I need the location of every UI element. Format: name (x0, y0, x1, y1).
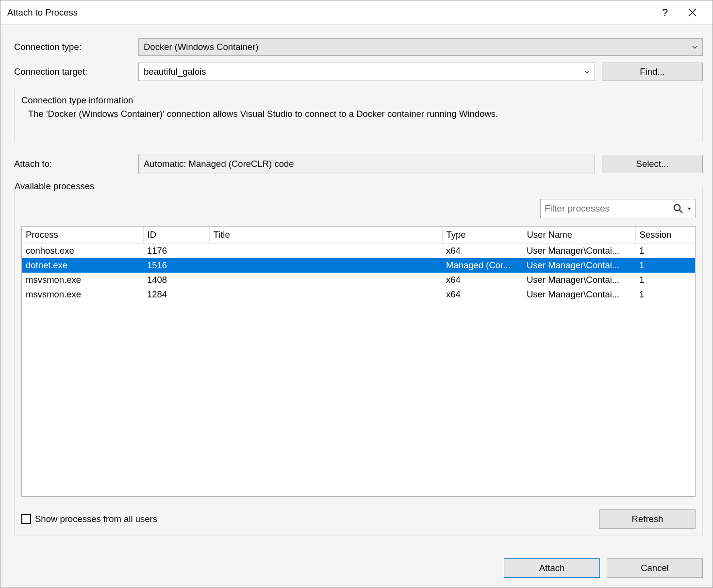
cancel-button[interactable]: Cancel (607, 558, 703, 578)
cell-user: User Manager\Contai... (523, 258, 635, 273)
available-processes-label: Available processes (15, 181, 97, 192)
cell-user: User Manager\Contai... (523, 244, 635, 259)
cell-session: 1 (635, 258, 695, 273)
table-header-row: Process ID Title Type User Name Session (22, 227, 695, 244)
cell-process: msvsmon.exe (22, 287, 143, 302)
checkbox-icon (21, 514, 31, 524)
help-button[interactable]: ? (651, 1, 679, 24)
cell-title (209, 244, 442, 259)
filter-dropdown-icon[interactable] (687, 208, 691, 210)
search-icon (673, 203, 683, 214)
connection-type-dropdown[interactable]: Docker (Windows Container) (138, 38, 703, 56)
cell-session: 1 (635, 273, 695, 287)
connection-type-label: Connection type: (14, 42, 138, 52)
column-header-session[interactable]: Session (635, 227, 695, 244)
titlebar: Attach to Process ? (0, 0, 713, 25)
attach-button[interactable]: Attach (504, 558, 600, 578)
chevron-down-icon (692, 46, 697, 49)
cell-title (209, 258, 442, 273)
cell-type: x64 (442, 287, 523, 302)
window-title: Attach to Process (7, 7, 651, 18)
connection-target-value: beautiful_galois (144, 66, 584, 77)
cell-title (209, 287, 442, 302)
table-row[interactable]: msvsmon.exe1284x64User Manager\Contai...… (22, 287, 695, 302)
info-title: Connection type information (21, 95, 696, 106)
refresh-button[interactable]: Refresh (599, 509, 696, 529)
cell-user: User Manager\Contai... (523, 287, 635, 302)
cell-session: 1 (635, 287, 695, 302)
connection-target-combobox[interactable]: beautiful_galois (138, 63, 595, 81)
cell-title (209, 273, 442, 287)
cell-id: 1516 (143, 258, 209, 273)
close-icon (688, 8, 696, 16)
svg-line-3 (680, 210, 682, 213)
column-header-type[interactable]: Type (442, 227, 523, 244)
dialog-content: Connection type: Docker (Windows Contain… (0, 25, 713, 588)
connection-type-info-group: Connection type information The 'Docker … (14, 88, 703, 142)
connection-type-value: Docker (Windows Container) (144, 42, 258, 52)
cell-process: dotnet.exe (22, 258, 143, 273)
dialog-footer: Attach Cancel (14, 545, 703, 578)
column-header-user[interactable]: User Name (523, 227, 635, 244)
cell-process: conhost.exe (22, 244, 143, 259)
table-row[interactable]: msvsmon.exe1408x64User Manager\Contai...… (22, 273, 695, 287)
table-row[interactable]: dotnet.exe1516Managed (Cor...User Manage… (22, 258, 695, 273)
cell-id: 1176 (143, 244, 209, 259)
connection-target-label: Connection target: (14, 66, 138, 77)
cell-id: 1284 (143, 287, 209, 302)
available-processes-group: Available processes Pro (14, 187, 703, 536)
cell-type: x64 (442, 273, 523, 287)
show-all-users-checkbox[interactable]: Show processes from all users (21, 514, 157, 524)
column-header-process[interactable]: Process (22, 227, 143, 244)
filter-processes-box[interactable] (540, 199, 696, 218)
cell-session: 1 (635, 244, 695, 259)
chevron-down-icon (584, 70, 590, 74)
svg-point-2 (674, 205, 680, 211)
cell-user: User Manager\Contai... (523, 273, 635, 287)
close-button[interactable] (679, 1, 706, 24)
svg-marker-4 (687, 208, 691, 210)
select-button[interactable]: Select... (602, 155, 703, 173)
cell-type: Managed (Cor... (442, 258, 523, 273)
cell-id: 1408 (143, 273, 209, 287)
find-button[interactable]: Find... (602, 63, 703, 81)
table-row[interactable]: conhost.exe1176x64User Manager\Contai...… (22, 244, 695, 259)
info-text: The 'Docker (Windows Container)' connect… (21, 109, 696, 119)
column-header-title[interactable]: Title (209, 227, 442, 244)
processes-table: Process ID Title Type User Name Session … (21, 226, 696, 497)
attach-to-display: Automatic: Managed (CoreCLR) code (138, 154, 595, 174)
column-header-id[interactable]: ID (143, 227, 209, 244)
cell-type: x64 (442, 244, 523, 259)
attach-to-label: Attach to: (14, 159, 138, 169)
cell-process: msvsmon.exe (22, 273, 143, 287)
filter-processes-input[interactable] (545, 203, 669, 214)
